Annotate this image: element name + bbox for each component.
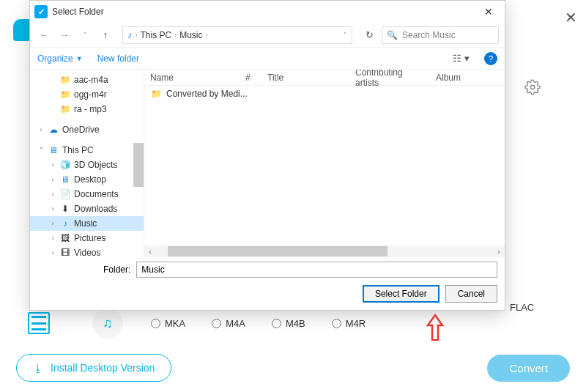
organize-menu[interactable]: Organize ▼: [37, 53, 83, 64]
convert-button[interactable]: Convert: [487, 355, 570, 382]
download-icon: ⭳: [33, 362, 43, 374]
view-options-icon[interactable]: ☷ ▾: [453, 53, 470, 64]
search-input[interactable]: 🔍 Search Music: [382, 26, 499, 44]
nav-forward-icon[interactable]: →: [56, 27, 73, 43]
music-folder-icon: ♪: [127, 29, 133, 40]
annotation-arrow-icon: [425, 314, 445, 343]
new-folder-button[interactable]: New folder: [97, 53, 139, 64]
column-headers[interactable]: Name # Title Contributing artists Album: [144, 70, 505, 86]
refresh-icon[interactable]: ↻: [361, 29, 377, 40]
tree-item-downloads[interactable]: ›⬇Downloads: [30, 201, 144, 216]
dialog-close-icon[interactable]: ✕: [477, 6, 500, 18]
tree-item-desktop[interactable]: ›🖥Desktop: [30, 172, 144, 187]
nav-back-icon[interactable]: ←: [36, 27, 52, 43]
install-desktop-button[interactable]: ⭳ Install Desktop Version: [16, 354, 171, 382]
file-list[interactable]: 📁 Converted by Medi...: [144, 86, 505, 245]
tree-item-aac[interactable]: 📁aac-m4a: [30, 73, 144, 87]
tree-scrollbar[interactable]: [133, 143, 144, 187]
tree-item-videos[interactable]: ›🎞Videos: [30, 245, 144, 257]
nav-recent-icon[interactable]: ˅: [77, 27, 93, 43]
folder-label: Folder:: [103, 265, 130, 275]
chevron-down-icon[interactable]: ˅: [344, 32, 347, 39]
help-icon[interactable]: ?: [484, 52, 497, 65]
folder-tree[interactable]: 📁aac-m4a 📁ogg-m4r 📁ra - mp3 ›☁OneDrive ˅…: [30, 70, 144, 257]
list-item[interactable]: 📁 Converted by Medi...: [144, 86, 505, 102]
tree-item-3dobjects[interactable]: ›🧊3D Objects: [30, 158, 144, 172]
breadcrumb[interactable]: ♪ › This PC › Music › ˅: [122, 26, 352, 44]
audio-format-icon[interactable]: ♫: [92, 308, 123, 339]
svg-point-0: [530, 85, 535, 89]
tree-item-documents[interactable]: ›📄Documents: [30, 187, 144, 201]
tree-item-pictures[interactable]: ›🖼Pictures: [30, 231, 144, 245]
select-folder-button[interactable]: Select Folder: [363, 285, 440, 303]
tree-item-ra[interactable]: 📁ra - mp3: [30, 102, 144, 117]
tree-item-music[interactable]: ›♪Music: [30, 216, 144, 231]
format-option-m4b[interactable]: M4B: [272, 318, 305, 329]
format-option-mka[interactable]: MKA: [151, 318, 185, 329]
format-option-m4a[interactable]: M4A: [212, 318, 245, 329]
dialog-app-icon: ✔: [34, 5, 48, 18]
dialog-title: Select Folder: [52, 7, 477, 17]
tree-item-ogg[interactable]: 📁ogg-m4r: [30, 87, 144, 102]
format-flac-label: FLAC: [510, 302, 534, 313]
folder-icon: 📁: [150, 89, 162, 99]
folder-name-input[interactable]: [136, 262, 497, 278]
format-option-m4r[interactable]: M4R: [332, 318, 366, 329]
tree-item-thispc[interactable]: ˅🖥This PC: [30, 143, 144, 158]
settings-icon[interactable]: [524, 79, 541, 98]
video-format-icon[interactable]: [28, 312, 50, 334]
select-folder-dialog: ✔ Select Folder ✕ ← → ˅ ↑ ♪ › This PC › …: [29, 0, 505, 311]
cancel-button[interactable]: Cancel: [445, 285, 497, 303]
app-close-icon[interactable]: ✕: [565, 9, 577, 26]
nav-up-icon[interactable]: ↑: [97, 27, 114, 43]
horizontal-scrollbar[interactable]: ‹ ›: [144, 245, 505, 257]
search-icon: 🔍: [387, 30, 398, 40]
tree-item-onedrive[interactable]: ›☁OneDrive: [30, 122, 144, 137]
